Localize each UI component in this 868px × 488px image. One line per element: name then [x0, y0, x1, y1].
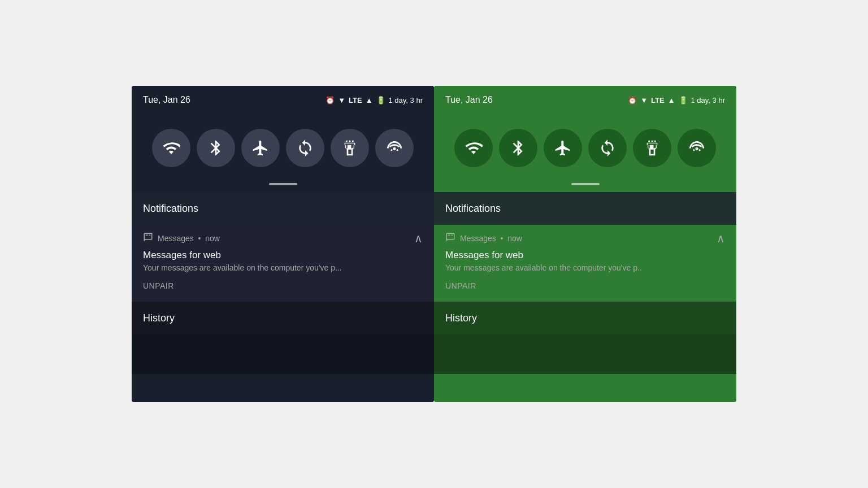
svg-rect-1 — [146, 234, 149, 236]
notif-body-right: Your messages are available on the compu… — [445, 263, 725, 272]
flashlight-icon-right — [643, 139, 661, 157]
qs-wifi-right[interactable] — [454, 129, 493, 167]
notif-chevron-left[interactable]: ∧ — [414, 232, 423, 245]
flashlight-icon-left — [341, 139, 359, 157]
messages-app-icon-left — [143, 232, 153, 245]
hotspot-icon-right — [688, 139, 706, 157]
qs-flashlight-right[interactable] — [633, 129, 671, 167]
notif-app-info-left: Messages • now — [143, 232, 220, 245]
bluetooth-icon-left — [207, 139, 225, 157]
phone-panel-green: Tue, Jan 26 ⏰ ▼ LTE ▲ 🔋 1 day, 3 hr — [434, 86, 736, 402]
notif-app-info-right: Messages • now — [445, 232, 522, 245]
qs-flashlight-left[interactable] — [331, 129, 369, 167]
scroll-indicator-area-left — [132, 176, 434, 192]
notif-action-left[interactable]: Unpair — [143, 281, 423, 290]
quick-settings-left — [132, 114, 434, 176]
svg-rect-0 — [149, 234, 151, 236]
qs-sync-left[interactable] — [286, 129, 324, 167]
battery-text-right: 1 day, 3 hr — [691, 96, 725, 104]
qs-bluetooth-right[interactable] — [499, 129, 537, 167]
history-title-right: History — [445, 312, 477, 324]
notif-top-row-left: Messages • now ∧ — [143, 232, 423, 245]
notifications-title-right: Notifications — [445, 203, 501, 215]
notif-app-name-left: Messages • now — [158, 234, 220, 243]
status-icons-left: ⏰ ▼ LTE ▲ 🔋 1 day, 3 hr — [326, 96, 423, 104]
hotspot-icon-left — [385, 139, 403, 157]
qs-airplane-left[interactable] — [241, 129, 280, 167]
status-bar-left: Tue, Jan 26 ⏰ ▼ LTE ▲ 🔋 1 day, 3 hr — [132, 86, 434, 114]
signal-icon-left: ▲ — [366, 96, 373, 104]
scroll-indicator-area-right — [434, 176, 736, 192]
notif-title-right: Messages for web — [445, 250, 725, 261]
airplane-icon-left — [251, 139, 270, 157]
notifications-title-left: Notifications — [143, 203, 198, 215]
status-date-left: Tue, Jan 26 — [143, 95, 190, 105]
sync-icon-left — [296, 139, 314, 157]
bluetooth-icon-right — [509, 139, 527, 157]
svg-rect-2 — [452, 234, 453, 236]
qs-hotspot-left[interactable] — [375, 129, 414, 167]
signal-icon-right: ▲ — [668, 96, 675, 104]
lte-label-right: LTE — [651, 96, 665, 104]
notif-body-left: Your messages are available on the compu… — [143, 263, 423, 272]
history-title-left: History — [143, 312, 175, 324]
notif-app-name-right: Messages • now — [460, 234, 522, 243]
wifi-icon-right — [465, 139, 483, 157]
notification-item-left[interactable]: Messages • now ∧ Messages for web Your m… — [132, 225, 434, 302]
scroll-indicator-right — [571, 183, 600, 185]
notif-action-right[interactable]: Unpair — [445, 281, 725, 290]
battery-icon-left: 🔋 — [376, 96, 385, 104]
alarm-icon-right: ⏰ — [628, 96, 637, 104]
battery-icon-right: 🔋 — [679, 96, 688, 104]
history-header-left: History — [132, 302, 434, 334]
battery-text-left: 1 day, 3 hr — [389, 96, 423, 104]
notif-chevron-right[interactable]: ∧ — [717, 232, 725, 245]
status-bar-right: Tue, Jan 26 ⏰ ▼ LTE ▲ 🔋 1 day, 3 hr — [434, 86, 736, 114]
qs-bluetooth-left[interactable] — [197, 129, 235, 167]
notification-item-right[interactable]: Messages • now ∧ Messages for web Your m… — [434, 225, 736, 302]
scroll-indicator-left — [269, 183, 297, 185]
status-icons-right: ⏰ ▼ LTE ▲ 🔋 1 day, 3 hr — [628, 96, 725, 104]
qs-hotspot-right[interactable] — [678, 129, 716, 167]
airplane-icon-right — [554, 139, 572, 157]
notif-top-row-right: Messages • now ∧ — [445, 232, 725, 245]
qs-wifi-left[interactable] — [152, 129, 190, 167]
qs-sync-right[interactable] — [588, 129, 627, 167]
notif-title-left: Messages for web — [143, 250, 423, 261]
messages-app-icon-right — [445, 232, 455, 245]
wifi-status-icon-left: ▼ — [338, 96, 345, 104]
lte-label-left: LTE — [349, 96, 362, 104]
wifi-icon-left — [162, 139, 180, 157]
history-bg-right — [434, 334, 736, 374]
qs-airplane-right[interactable] — [544, 129, 582, 167]
notifications-header-left: Notifications — [132, 192, 434, 225]
alarm-icon-left: ⏰ — [326, 96, 335, 104]
quick-settings-right — [434, 114, 736, 176]
wifi-status-icon-right: ▼ — [640, 96, 648, 104]
svg-rect-3 — [448, 234, 451, 236]
status-date-right: Tue, Jan 26 — [445, 95, 493, 105]
notifications-header-right: Notifications — [434, 192, 736, 225]
history-bg-left — [132, 334, 434, 374]
sync-icon-right — [598, 139, 617, 157]
phone-panel-dark: Tue, Jan 26 ⏰ ▼ LTE ▲ 🔋 1 day, 3 hr — [132, 86, 434, 402]
history-header-right: History — [434, 302, 736, 334]
